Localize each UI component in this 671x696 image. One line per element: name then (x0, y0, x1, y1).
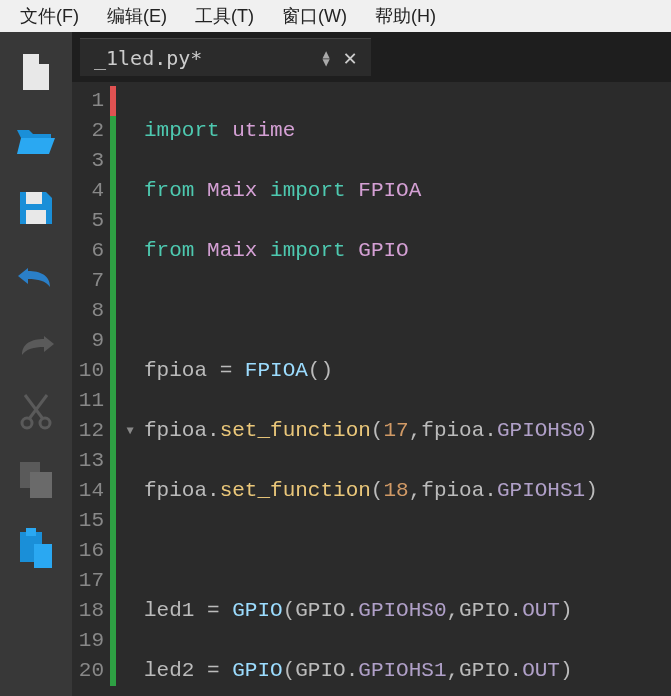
paste-icon (18, 528, 54, 568)
tab-dropdown-icon[interactable]: ▲▼ (322, 50, 329, 66)
sidebar (0, 32, 72, 696)
code-line: from Maix import FPIOA (144, 176, 671, 206)
tab-controls: ▲▼ ✕ (322, 45, 356, 70)
paste-button[interactable] (14, 528, 58, 568)
tab-title: _1led.py* (94, 46, 202, 70)
svg-line-4 (29, 395, 47, 419)
folder-open-icon (15, 124, 57, 156)
line-number: 19 (72, 626, 104, 656)
menu-help[interactable]: 帮助(H) (361, 0, 450, 32)
code-line: from Maix import GPIO (144, 236, 671, 266)
cut-button[interactable] (14, 392, 58, 432)
code-content[interactable]: import utime from Maix import FPIOA from… (140, 82, 671, 696)
code-line: fpioa = FPIOA() (144, 356, 671, 386)
line-number: 18 (72, 596, 104, 626)
line-number: 13 (72, 446, 104, 476)
line-number: 4 (72, 176, 104, 206)
open-folder-button[interactable] (14, 120, 58, 160)
line-number: 20 (72, 656, 104, 686)
svg-rect-10 (34, 544, 52, 568)
line-number: 12 (72, 416, 104, 446)
line-number: 5 (72, 206, 104, 236)
code-line: fpioa.set_function(18,fpioa.GPIOHS1) (144, 476, 671, 506)
copy-icon (18, 460, 54, 500)
code-line: led1 = GPIO(GPIO.GPIOHS0,GPIO.OUT) (144, 596, 671, 626)
line-number-gutter: 1 2 3 4 5 6 7 8 9 10 11 12 13 14 15 16 1… (72, 82, 110, 696)
change-markers (110, 82, 120, 696)
line-number: 10 (72, 356, 104, 386)
code-line: fpioa.set_function(17,fpioa.GPIOHS0) (144, 416, 671, 446)
menubar: 文件(F) 编辑(E) 工具(T) 窗口(W) 帮助(H) (0, 0, 671, 32)
line-number: 15 (72, 506, 104, 536)
tab-close-button[interactable]: ✕ (344, 45, 357, 70)
code-line (144, 536, 671, 566)
save-button[interactable] (14, 188, 58, 228)
line-number: 6 (72, 236, 104, 266)
main-area: _1led.py* ▲▼ ✕ 1 2 3 4 5 6 7 8 9 (0, 32, 671, 696)
fold-toggle[interactable]: ▼ (120, 416, 140, 446)
tab-bar: _1led.py* ▲▼ ✕ (72, 32, 671, 82)
svg-rect-7 (30, 472, 52, 498)
code-line: led2 = GPIO(GPIO.GPIOHS1,GPIO.OUT) (144, 656, 671, 686)
marker-added (110, 116, 116, 686)
line-number: 9 (72, 326, 104, 356)
menu-tools[interactable]: 工具(T) (181, 0, 268, 32)
scissors-icon (19, 393, 53, 431)
line-number: 7 (72, 266, 104, 296)
tab-active[interactable]: _1led.py* ▲▼ ✕ (80, 38, 371, 76)
undo-icon (16, 264, 56, 288)
redo-icon (16, 332, 56, 356)
file-icon (19, 52, 53, 92)
menu-window[interactable]: 窗口(W) (268, 0, 361, 32)
redo-button[interactable] (14, 324, 58, 364)
undo-button[interactable] (14, 256, 58, 296)
new-file-button[interactable] (14, 52, 58, 92)
line-number: 14 (72, 476, 104, 506)
svg-line-5 (25, 395, 43, 419)
menu-file[interactable]: 文件(F) (6, 0, 93, 32)
marker-modified (110, 86, 116, 116)
svg-rect-1 (26, 210, 46, 224)
save-icon (18, 190, 54, 226)
line-number: 3 (72, 146, 104, 176)
line-number: 2 (72, 116, 104, 146)
line-number: 17 (72, 566, 104, 596)
menu-edit[interactable]: 编辑(E) (93, 0, 181, 32)
svg-rect-9 (26, 528, 36, 536)
copy-button[interactable] (14, 460, 58, 500)
code-line (144, 296, 671, 326)
line-number: 11 (72, 386, 104, 416)
editor-area: _1led.py* ▲▼ ✕ 1 2 3 4 5 6 7 8 9 (72, 32, 671, 696)
line-number: 1 (72, 86, 104, 116)
code-line: import utime (144, 116, 671, 146)
fold-column: ▼ (120, 82, 140, 696)
line-number: 8 (72, 296, 104, 326)
code-editor[interactable]: 1 2 3 4 5 6 7 8 9 10 11 12 13 14 15 16 1… (72, 82, 671, 696)
svg-rect-0 (26, 192, 42, 204)
line-number: 16 (72, 536, 104, 566)
